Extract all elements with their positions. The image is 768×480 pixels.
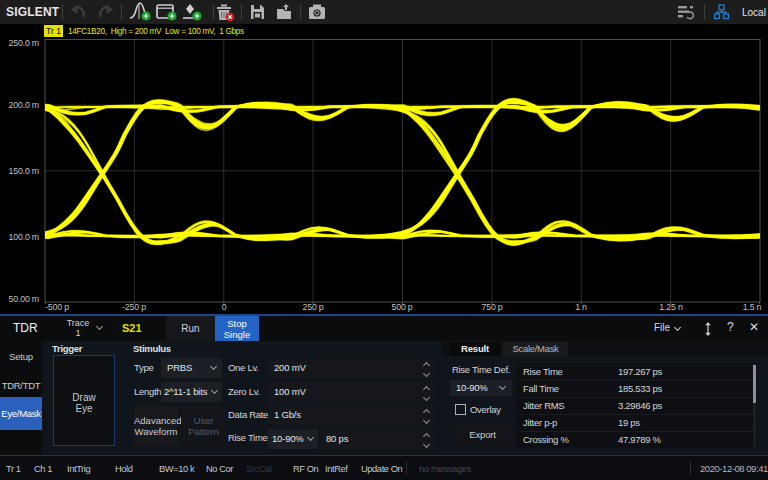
- svg-text:Local: Local: [742, 7, 766, 18]
